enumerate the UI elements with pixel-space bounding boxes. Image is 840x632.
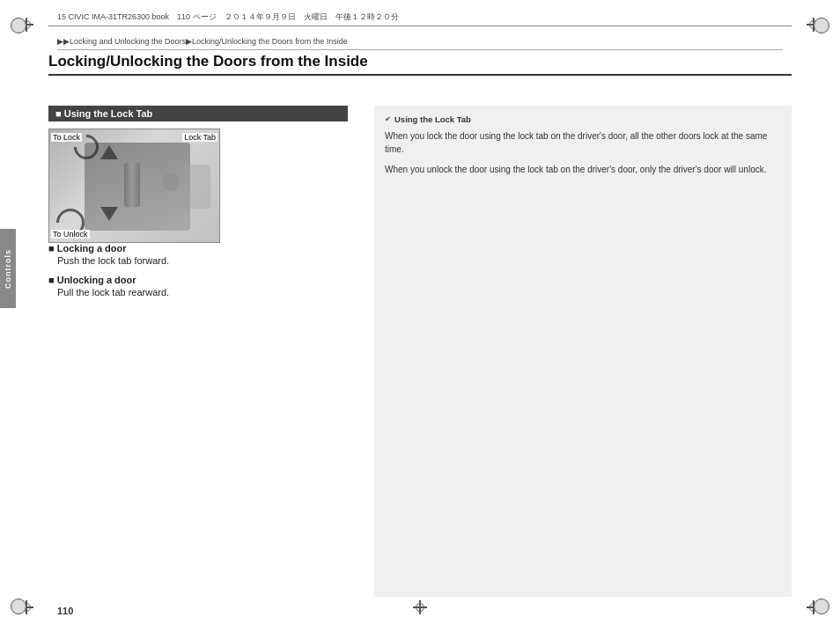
right-panel-para-1: When you lock the door using the lock ta…	[385, 129, 781, 156]
file-info-text: 15 CIVIC IMA-31TR26300.book 110 ページ ２０１４…	[57, 11, 399, 23]
deco-circle-bl	[11, 599, 26, 614]
locking-title: Locking a door	[48, 243, 365, 254]
file-info: 15 CIVIC IMA-31TR26300.book 110 ページ ２０１４…	[48, 11, 792, 26]
door-detail	[184, 165, 210, 209]
left-column: ■ Using the Lock Tab To Lock Lock Tab	[48, 106, 365, 306]
to-unlock-label: To Unlock	[51, 230, 90, 239]
page-number: 110	[57, 606, 73, 616]
unlocking-text: Pull the lock tab rearward.	[48, 287, 365, 298]
right-column: Using the Lock Tab When you lock the doo…	[374, 106, 792, 597]
deco-circle-tl	[11, 18, 26, 33]
unlocking-title: Unlocking a door	[48, 275, 365, 285]
deco-circle-br	[814, 599, 829, 614]
lock-tab-visual	[124, 163, 140, 207]
right-panel-para-2: When you unlock the door using the lock …	[385, 163, 781, 176]
breadcrumb: ▶▶Locking and Unlocking the Doors▶Lockin…	[57, 37, 783, 50]
to-lock-label: To Lock	[51, 133, 82, 142]
deco-circle-tr	[814, 18, 829, 33]
side-tab: Controls	[0, 229, 16, 308]
locking-instruction: Locking a door Push the lock tab forward…	[48, 243, 365, 266]
reg-mark-bc	[413, 600, 427, 614]
door-circle-detail	[162, 173, 180, 191]
arrow-down-icon	[100, 207, 118, 221]
unlocking-instruction: Unlocking a door Pull the lock tab rearw…	[48, 275, 365, 298]
locking-text: Push the lock tab forward.	[48, 255, 365, 266]
lock-tab-label: Lock Tab	[182, 133, 217, 142]
arrow-up-icon	[100, 145, 118, 159]
right-panel-title: Using the Lock Tab	[385, 114, 781, 124]
page-title: Locking/Unlocking the Doors from the Ins…	[48, 53, 792, 76]
door-lock-image: To Lock Lock Tab To Unlock	[48, 129, 220, 243]
side-tab-label: Controls	[4, 249, 12, 289]
section-header: ■ Using the Lock Tab	[48, 106, 348, 121]
main-content: Locking/Unlocking the Doors from the Ins…	[48, 53, 792, 597]
breadcrumb-text: ▶▶Locking and Unlocking the Doors▶Lockin…	[57, 37, 348, 46]
